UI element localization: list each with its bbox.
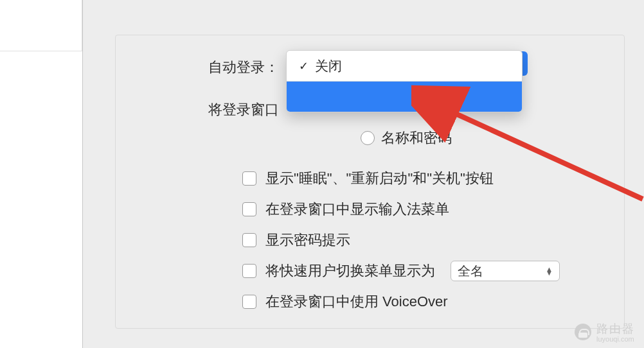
radio-icon[interactable] bbox=[361, 131, 375, 145]
dropdown-option-off-label: 关闭 bbox=[315, 57, 342, 75]
option-ime-menu[interactable]: 在登录窗口中显示输入法菜单 bbox=[242, 194, 618, 225]
chevron-up-down-icon: ▲▼ bbox=[546, 267, 553, 275]
fast-user-switch-value: 全名 bbox=[458, 263, 483, 280]
dropdown-option-off[interactable]: ✓ 关闭 bbox=[287, 51, 522, 81]
checkbox-icon[interactable] bbox=[242, 171, 256, 186]
option-fast-user-switch-label: 将快速用户切换菜单显示为 bbox=[265, 261, 435, 281]
checkbox-icon[interactable] bbox=[242, 202, 256, 216]
option-password-hints[interactable]: 显示密码提示 bbox=[242, 225, 618, 256]
option-fast-user-switch[interactable]: 将快速用户切换菜单显示为 全名 ▲▼ bbox=[242, 256, 618, 286]
option-voiceover-label: 在登录窗口中使用 VoiceOver bbox=[265, 292, 448, 311]
option-sleep-restart-shutdown[interactable]: 显示"睡眠"、"重新启动"和"关机"按钮 bbox=[242, 163, 618, 194]
watermark: 路由器 luyouqi.com bbox=[575, 321, 635, 343]
radio-name-password-row[interactable]: 名称和密码 bbox=[361, 128, 452, 148]
option-sleep-restart-shutdown-label: 显示"睡眠"、"重新启动"和"关机"按钮 bbox=[265, 169, 494, 188]
auto-login-dropdown[interactable]: ✓ 关闭 bbox=[286, 50, 523, 112]
option-password-hints-label: 显示密码提示 bbox=[265, 231, 350, 250]
auto-login-label: 自动登录： bbox=[208, 58, 279, 77]
checkbox-icon[interactable] bbox=[242, 295, 256, 309]
sidebar bbox=[0, 0, 82, 348]
checkmark-icon: ✓ bbox=[297, 59, 310, 73]
login-options-list: 显示"睡眠"、"重新启动"和"关机"按钮 在登录窗口中显示输入法菜单 显示密码提… bbox=[242, 163, 618, 317]
fast-user-switch-select[interactable]: 全名 ▲▼ bbox=[451, 261, 560, 281]
dropdown-option-user[interactable] bbox=[287, 82, 522, 112]
watermark-title: 路由器 bbox=[596, 321, 635, 336]
option-voiceover[interactable]: 在登录窗口中使用 VoiceOver bbox=[242, 286, 618, 317]
checkbox-icon[interactable] bbox=[242, 264, 256, 278]
watermark-sub: luyouqi.com bbox=[596, 335, 635, 343]
login-window-label: 将登录窗口 bbox=[208, 100, 279, 119]
radio-name-password-label: 名称和密码 bbox=[381, 128, 452, 148]
option-ime-menu-label: 在登录窗口中显示输入法菜单 bbox=[265, 200, 449, 219]
router-icon bbox=[575, 324, 591, 340]
checkbox-icon[interactable] bbox=[242, 233, 256, 247]
settings-panel: 自动登录： 将登录窗口 ✓ 关闭 名称和密码 显示"睡眠"、"重新启动"和"关机… bbox=[83, 0, 644, 348]
sidebar-tile bbox=[0, 0, 82, 51]
